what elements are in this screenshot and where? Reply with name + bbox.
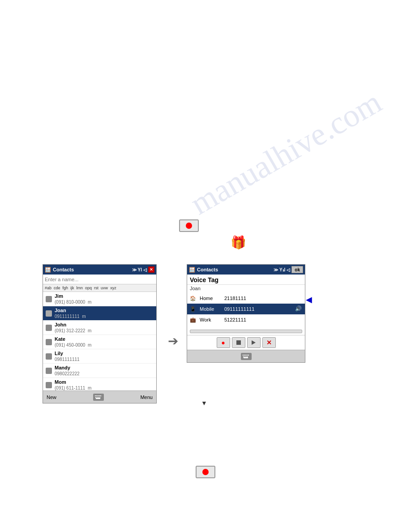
svg-rect-16 — [244, 356, 245, 357]
alpha-tab-ijk[interactable]: ijk — [69, 285, 75, 291]
contact-item-lily[interactable]: Lily 0981111111 — [43, 349, 156, 364]
voicetag-keyboard-svg — [242, 354, 250, 359]
sound-icon: ◁ — [143, 267, 147, 272]
contact-phone-john: (091) 312-2222 m — [55, 328, 154, 333]
contact-avatar-mandy — [46, 368, 52, 374]
contacts-panel: 🪟 Contacts ≫ Yl ◁ ✕ #ab cde fgh ijk lmn … — [43, 264, 157, 403]
contact-item-jim[interactable]: Jim (091) 810-0000 m — [43, 292, 156, 306]
voicetag-panel-title: Contacts — [197, 267, 218, 272]
contact-item-joan[interactable]: Joan 0911111111 m — [43, 306, 156, 321]
alpha-tab-uvw[interactable]: uvw — [100, 285, 109, 291]
network-icon: Yl — [138, 267, 142, 272]
contact-icon-mom — [45, 381, 53, 389]
contact-item-mom[interactable]: Mom (091) 611-1111 m — [43, 378, 156, 390]
search-bar — [43, 275, 156, 284]
contact-info-mom: Mom (091) 611-1111 m — [55, 379, 154, 390]
alpha-tab-rst[interactable]: rst — [93, 285, 99, 291]
mascot-icon: 🎁 — [231, 235, 246, 250]
contact-item-john[interactable]: John (091) 312-2222 m — [43, 321, 156, 335]
svg-rect-0 — [95, 395, 96, 396]
contacts-toolbar: New Menu — [43, 390, 156, 403]
blue-indicator-arrow: ◀ — [306, 295, 312, 305]
voicetag-contact-name: Joan — [187, 285, 305, 292]
phone-row-home[interactable]: 🏠 Home 21181111 — [187, 293, 305, 304]
contact-icon-joan — [45, 309, 53, 317]
phone-row-work[interactable]: 💼 Work 51221111 — [187, 314, 305, 325]
contact-name-joan: Joan — [55, 308, 154, 313]
svg-rect-2 — [98, 395, 98, 396]
alpha-tab-fgh[interactable]: fgh — [62, 285, 69, 291]
delete-icon: ✕ — [266, 339, 272, 346]
record-button[interactable]: ● — [217, 337, 230, 348]
phone-row-mobile[interactable]: 📱 Mobile 09111111111 🔊 — [187, 304, 305, 314]
play-icon — [252, 340, 256, 345]
search-input[interactable] — [45, 277, 154, 282]
svg-rect-10 — [243, 355, 244, 356]
svg-rect-19 — [244, 357, 248, 358]
contact-icon-mandy — [45, 367, 53, 375]
watermark: manualhive.com — [184, 83, 388, 223]
svg-rect-17 — [246, 356, 247, 357]
voicetag-keyboard-icon[interactable] — [241, 353, 252, 360]
record-dot: ● — [221, 339, 225, 346]
voicetag-titlebar-icons: ≫ Y₁l ◁ ok — [274, 266, 303, 273]
contact-icon-jim — [45, 295, 53, 303]
alpha-tab-opq[interactable]: opq — [84, 285, 93, 291]
record-button-top[interactable] — [179, 219, 199, 232]
voicetag-network-icon: Y₁l — [279, 267, 285, 272]
svg-rect-14 — [248, 355, 249, 356]
contacts-titlebar: 🪟 Contacts ≫ Yl ◁ ✕ — [43, 265, 156, 275]
new-button[interactable]: New — [47, 395, 56, 400]
contact-avatar-john — [46, 325, 52, 331]
alpha-tab-lmn[interactable]: lmn — [76, 285, 84, 291]
home-phone-label: Home — [200, 296, 224, 301]
svg-rect-11 — [244, 355, 245, 356]
mobile-phone-label: Mobile — [200, 306, 224, 312]
contact-item-kate[interactable]: Kate (091) 450-0000 m — [43, 335, 156, 349]
stop-button[interactable] — [232, 337, 245, 348]
progress-bar-area — [187, 328, 305, 335]
contact-name-mom: Mom — [55, 379, 154, 385]
contact-info-kate: Kate (091) 450-0000 m — [55, 336, 154, 347]
play-button[interactable] — [247, 337, 261, 348]
menu-button[interactable]: Menu — [140, 395, 153, 400]
alpha-tab-ab[interactable]: #ab — [44, 285, 52, 291]
ok-button[interactable]: ok — [291, 266, 303, 273]
contact-name-john: John — [55, 322, 154, 328]
record-button-bottom[interactable] — [196, 466, 215, 478]
contact-icon-lily — [45, 352, 53, 360]
contact-info-mandy: Mandy 0980222222 — [55, 365, 154, 376]
svg-rect-5 — [95, 397, 96, 398]
work-phone-label: Work — [200, 317, 224, 322]
mobile-phone-number: 09111111111 — [224, 306, 293, 312]
contact-icon-john — [45, 324, 53, 332]
contact-item-mandy[interactable]: Mandy 0980222222 — [43, 364, 156, 378]
alpha-tabs: #ab cde fgh ijk lmn opq rst uvw xyz — [43, 284, 156, 292]
contact-info-john: John (091) 312-2222 m — [55, 322, 154, 333]
contact-phone-kate: (091) 450-0000 m — [55, 343, 154, 348]
phone-list: 🏠 Home 21181111 📱 Mobile 09111111111 🔊 💼… — [187, 292, 305, 326]
keyboard-icon[interactable] — [93, 394, 104, 401]
contact-avatar-kate — [46, 339, 52, 345]
contact-info-joan: Joan 0911111111 m — [55, 308, 154, 318]
contact-avatar-mom — [46, 382, 52, 388]
svg-rect-9 — [96, 398, 100, 399]
voicetag-toolbar — [187, 350, 305, 362]
titlebar-icons: ≫ Yl ◁ ✕ — [132, 266, 154, 273]
contact-info-lily: Lily 0981111111 — [55, 351, 154, 361]
home-phone-icon: 🏠 — [190, 295, 198, 302]
delete-button[interactable]: ✕ — [262, 337, 276, 348]
svg-rect-6 — [97, 397, 98, 398]
svg-rect-1 — [96, 395, 97, 396]
stop-icon — [236, 340, 241, 345]
alpha-tab-cde[interactable]: cde — [53, 285, 61, 291]
voicetag-header: Voice Tag — [187, 275, 305, 285]
alpha-tab-xyz[interactable]: xyz — [109, 285, 117, 291]
home-phone-number: 21181111 — [224, 296, 302, 301]
voicetag-signal-icon: ≫ — [274, 267, 278, 272]
close-button[interactable]: ✕ — [148, 266, 154, 273]
svg-rect-15 — [243, 356, 244, 357]
signal-icon: ≫ — [132, 267, 137, 272]
contact-phone-mandy: 0980222222 — [55, 371, 154, 376]
svg-rect-13 — [247, 355, 248, 356]
